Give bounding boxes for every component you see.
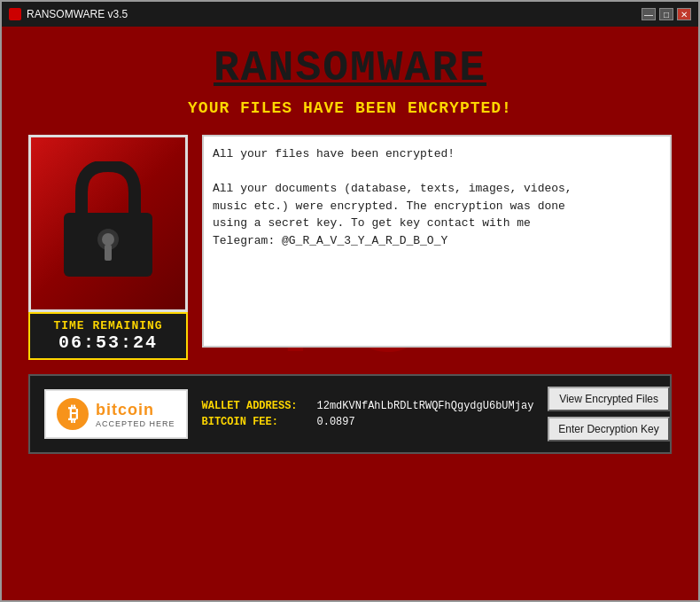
enter-decryption-key-button[interactable]: Enter Decryption Key [548, 417, 669, 442]
bitcoin-badge: ₿ bitcoin ACCEPTED HERE [44, 389, 188, 439]
timer-box: TIME REMAINING 06:53:24 [28, 312, 188, 360]
message-line4: music etc.) were encrypted. The encrypti… [213, 198, 661, 215]
bitcoin-logo-icon: ₿ [57, 398, 89, 430]
bitcoin-name: bitcoin [96, 401, 175, 419]
wallet-address-value: 12mdKVNfAhLbRDLtRWQFhQgydgU6bUMjay [317, 400, 534, 412]
svg-rect-3 [105, 245, 112, 261]
minimize-button[interactable]: — [642, 8, 656, 20]
middle-section: TIME REMAINING 06:53:24 All your files h… [28, 135, 672, 360]
timer-value: 06:53:24 [39, 332, 177, 353]
timer-label: TIME REMAINING [39, 319, 177, 332]
subtitle: YOUR FILES HAVE BEEN ENCRYPTED! [188, 99, 512, 117]
app-icon [9, 8, 21, 20]
page-title: RANSOMWARE [214, 44, 486, 92]
action-buttons: View Encrypted Files Enter Decryption Ke… [548, 387, 669, 442]
wallet-fee-value: 0.0897 [317, 416, 355, 428]
wallet-address-label: WALLET ADDRESS: [202, 400, 308, 412]
message-line1: All your files have been encrypted! [213, 145, 661, 163]
window-title: RANSOMWARE v3.5 [27, 8, 128, 20]
left-panel: TIME REMAINING 06:53:24 [28, 135, 188, 360]
svg-text:₿: ₿ [68, 403, 78, 425]
maximize-button[interactable]: □ [659, 8, 673, 20]
lock-icon [55, 161, 161, 285]
message-line3: All your documents (database, texts, ima… [213, 180, 661, 198]
main-content: PC RANSOMWARE YOUR FILES HAVE BEEN ENCRY… [2, 27, 698, 600]
bitcoin-text: bitcoin ACCEPTED HERE [96, 401, 175, 428]
wallet-info: WALLET ADDRESS: 12mdKVNfAhLbRDLtRWQFhQgy… [202, 400, 534, 428]
lock-image [28, 135, 188, 312]
view-encrypted-files-button[interactable]: View Encrypted Files [548, 387, 669, 411]
bitcoin-subtitle: ACCEPTED HERE [96, 419, 175, 428]
message-line6: Telegram: @G_R_A_V_3_Y_A_R_D_B_O_Y [213, 232, 661, 250]
wallet-fee-label: BITCOIN FEE: [202, 416, 308, 428]
svg-point-2 [102, 233, 114, 246]
bottom-panel: ₿ bitcoin ACCEPTED HERE WALLET ADDRESS: … [28, 374, 672, 454]
titlebar-title: RANSOMWARE v3.5 [9, 8, 128, 20]
close-button[interactable]: ✕ [677, 8, 691, 20]
main-window: RANSOMWARE v3.5 — □ ✕ PC RANSOMWARE YOUR… [0, 0, 700, 602]
message-line5: using a secret key. To get key contact w… [213, 215, 661, 232]
window-controls: — □ ✕ [642, 8, 691, 20]
titlebar: RANSOMWARE v3.5 — □ ✕ [2, 2, 698, 27]
wallet-address-row: WALLET ADDRESS: 12mdKVNfAhLbRDLtRWQFhQgy… [202, 400, 534, 412]
message-panel: All your files have been encrypted! All … [202, 135, 672, 348]
wallet-fee-row: BITCOIN FEE: 0.0897 [202, 416, 534, 428]
